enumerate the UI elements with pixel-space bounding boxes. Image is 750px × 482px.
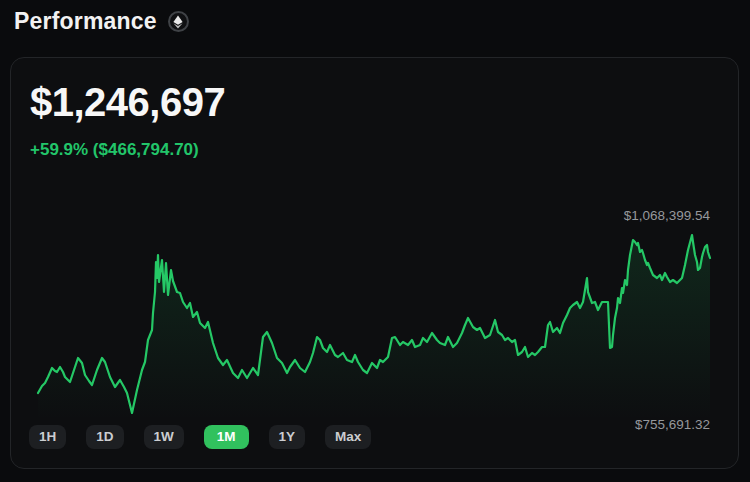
range-button-1h[interactable]: 1H	[29, 425, 66, 449]
chart-line	[38, 235, 710, 413]
page-title: Performance	[14, 8, 157, 35]
range-button-1m[interactable]: 1M	[204, 425, 249, 449]
portfolio-value: $1,246,697	[30, 80, 225, 125]
chart-area-fill	[38, 235, 710, 420]
ethereum-icon[interactable]	[168, 11, 189, 32]
ethereum-diamond-glyph	[172, 15, 184, 29]
range-button-1w[interactable]: 1W	[144, 425, 184, 449]
range-button-1d[interactable]: 1D	[86, 425, 123, 449]
chart-low-label: $755,691.32	[635, 417, 710, 432]
range-buttons: 1H1D1W1M1YMax	[29, 425, 371, 449]
page-header: Performance	[14, 8, 189, 35]
range-button-max[interactable]: Max	[325, 425, 371, 449]
portfolio-change: +59.9% ($466,794.70)	[30, 140, 199, 160]
chart-high-label: $1,068,399.54	[624, 208, 710, 223]
range-button-1y[interactable]: 1Y	[269, 425, 306, 449]
performance-card: $1,246,697 +59.9% ($466,794.70) $1,068,3…	[10, 57, 739, 469]
